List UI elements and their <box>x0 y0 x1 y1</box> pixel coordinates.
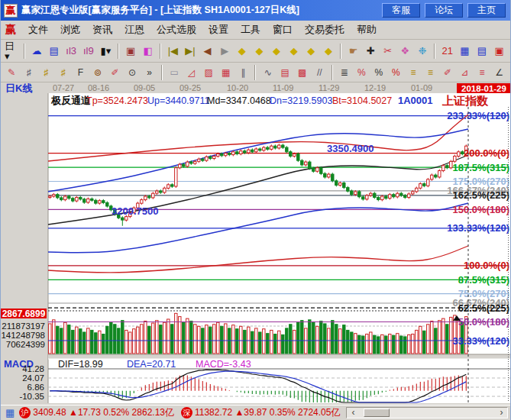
notepad-icon[interactable]: ▤ <box>474 43 490 60</box>
color-pattern-icon[interactable]: ◧ <box>140 43 156 60</box>
volume-bar <box>366 334 368 354</box>
customer-service-button[interactable]: 客服 <box>382 3 420 18</box>
volume-bar <box>362 336 364 354</box>
candle-body <box>312 169 315 172</box>
diamond-expand-all-icon[interactable]: ◆ <box>303 43 319 60</box>
price-scale-icon[interactable]: ≣ <box>337 65 353 80</box>
candle-body <box>198 159 200 161</box>
angle-line-icon[interactable]: ∠ <box>491 65 507 80</box>
hatch-box-icon[interactable]: ▨ <box>201 65 217 80</box>
golden-grid-down-icon[interactable]: ♯ <box>56 65 72 80</box>
volume-bar <box>217 322 219 354</box>
info-document-icon[interactable]: ▤ <box>46 43 62 60</box>
slant-lines-icon[interactable]: ∥ <box>235 65 251 80</box>
goto-first-bar-icon[interactable]: |◀ <box>165 43 181 60</box>
gann-diamond-icon[interactable]: ◆ <box>234 43 251 60</box>
forum-button[interactable]: 论坛 <box>425 3 463 18</box>
data-table-icon[interactable]: ▦ <box>5 407 15 418</box>
golden-grid-up-icon[interactable]: ♯ <box>38 65 54 80</box>
matrix-box-icon[interactable]: ▤ <box>277 65 293 80</box>
shenzhen-index-icon[interactable]: 深 <box>181 407 192 418</box>
box-select-icon[interactable]: ▭ <box>167 65 183 80</box>
period-selector-icon[interactable]: 日▾ <box>4 43 20 60</box>
measure-cut-icon[interactable]: ✂ <box>380 43 396 60</box>
golden-red-icon[interactable]: ≡ <box>474 65 490 80</box>
volume-bar <box>156 321 158 354</box>
chart-bottom-edge <box>1 403 511 405</box>
menu-item-gann[interactable]: 江恩 <box>118 21 150 38</box>
diamond-anchor-icon[interactable]: ◆ <box>321 43 337 60</box>
volume-bar <box>99 331 101 354</box>
candle-body <box>160 191 162 192</box>
candle-style-icon[interactable]: ▮▾ <box>98 43 114 60</box>
symbol-code: 1A0001 <box>398 95 433 106</box>
percent-red-icon[interactable]: % <box>388 65 404 80</box>
scroll-left-arrow[interactable]: ‹ <box>347 408 359 418</box>
scrollbar-thumb[interactable] <box>364 409 390 417</box>
shanghai-index-icon[interactable]: 沪 <box>19 407 31 418</box>
save-icon[interactable]: ▣ <box>491 43 507 60</box>
draw-brush-icon[interactable]: ✎ <box>4 65 20 80</box>
percent-tool-icon[interactable]: % <box>371 65 387 80</box>
price-pen-icon[interactable]: ✐ <box>440 65 456 80</box>
scroll-right-arrow[interactable]: › <box>495 408 507 418</box>
more-tools-icon[interactable]: » <box>141 65 157 80</box>
spiral-icon[interactable]: ⊚ <box>90 65 106 80</box>
diamond-cross-icon[interactable]: ◆ <box>286 43 302 60</box>
volume-bar <box>400 336 403 354</box>
menu-item-trade-order[interactable]: 交易委托 <box>299 21 351 38</box>
time-cycle-icon[interactable]: ⊙ <box>125 65 141 80</box>
volume-bar <box>332 321 334 354</box>
menu-item-info[interactable]: 资讯 <box>86 21 118 38</box>
shanghai-index-quote[interactable]: 3409.48 ▲17.73 0.52% 2862.13亿 <box>33 406 174 419</box>
calculator-icon[interactable]: ▦ <box>457 43 473 60</box>
candle-body <box>270 146 273 149</box>
shenzhen-index-quote[interactable]: 11382.72 ▲39.87 0.35% 2724.05亿 <box>195 406 340 419</box>
volume-bar <box>106 326 108 354</box>
prev-bar-icon[interactable]: ◀ <box>199 43 215 60</box>
grid-box-icon[interactable]: ▦ <box>218 65 234 80</box>
parallel-channel-icon[interactable]: // <box>312 65 328 80</box>
percent-retrace-icon[interactable]: % <box>354 65 370 80</box>
candle-body <box>72 199 74 201</box>
candle-body <box>297 154 299 161</box>
matrix-box-2-icon[interactable]: ▩ <box>295 65 311 80</box>
minute-chart-9-icon[interactable]: ıl9 <box>81 43 97 60</box>
diamond-expand-right-icon[interactable]: ◆ <box>251 43 267 60</box>
next-bar-icon[interactable]: ▶ <box>217 43 233 60</box>
flag-mark-icon[interactable]: ❖ <box>397 43 413 60</box>
candle-body <box>419 184 422 189</box>
volume-bar <box>412 334 414 354</box>
gann-fan-icon[interactable]: ◿ <box>183 65 199 80</box>
goto-last-bar-icon[interactable]: ▶| <box>183 43 199 60</box>
menu-item-tools[interactable]: 工具 <box>234 21 267 38</box>
menu-item-view[interactable]: 浏览 <box>54 21 86 38</box>
pan-hand-icon[interactable]: ☛ <box>345 43 361 60</box>
menu-item-settings[interactable]: 设置 <box>202 21 234 38</box>
horizontal-scrollbar[interactable]: ‹ › <box>346 407 508 418</box>
angle-fan-icon[interactable]: ⊿ <box>457 65 473 80</box>
menu-item-window[interactable]: 窗口 <box>267 21 299 38</box>
menu-item-file[interactable]: 文件 <box>22 21 54 38</box>
pattern-brain-icon[interactable]: ❉ <box>415 43 431 60</box>
golden-circle-icon[interactable]: ≡ <box>406 65 422 80</box>
homepage-button[interactable]: 主页 <box>467 3 506 18</box>
screen-overview-icon[interactable]: ☁ <box>29 43 45 60</box>
gann-grid-icon[interactable]: ♯ <box>21 65 37 80</box>
kline-chart[interactable]: 07-2708-1609-0509-2510-2011-0911-2912-19… <box>1 82 511 405</box>
candle-body <box>458 152 460 157</box>
volume-bar <box>251 331 254 354</box>
candle-body <box>332 174 334 181</box>
minute-chart-3-icon[interactable]: ıl3 <box>63 43 79 60</box>
ruler-pen-icon[interactable]: ✐ <box>107 65 123 80</box>
channel-name: 极反通道 <box>50 95 91 106</box>
crosshair-icon[interactable]: ✚ <box>363 43 379 60</box>
diamond-expand-h-icon[interactable]: ◆ <box>269 43 285 60</box>
golden-section-icon[interactable]: ≡ <box>422 65 438 80</box>
menu-item-help[interactable]: 帮助 <box>351 21 383 38</box>
wave-tool-icon[interactable]: ∿ <box>260 65 276 80</box>
fib-grid-icon[interactable]: F <box>73 65 89 80</box>
pattern-search-icon[interactable]: ▣ <box>123 43 139 60</box>
menu-item-formula-stock-pick[interactable]: 公式选股 <box>150 21 202 38</box>
calendar-icon[interactable]: 21 <box>439 43 455 60</box>
